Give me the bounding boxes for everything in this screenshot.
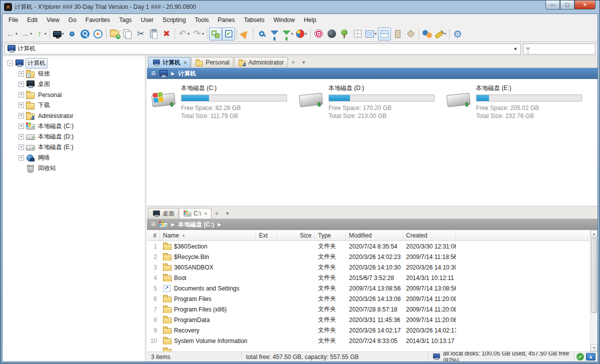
tree-item-network[interactable]: +网络 (2, 152, 145, 163)
cut-button[interactable]: ✂ (134, 28, 147, 40)
up-button[interactable]: ↑▾ (34, 28, 48, 40)
tree-item-links[interactable]: +↗链接 (2, 68, 145, 79)
tree-item-computer[interactable]: −计算机 (2, 58, 145, 68)
list-row-5[interactable]: 5Documents and Settings文件夹2009/7/14 13:0… (147, 283, 598, 294)
menu-view[interactable]: View (42, 14, 64, 26)
list-row-7[interactable]: 7Program Files (x86)文件夹2020/7/28 8:57:18… (147, 304, 598, 314)
tree-expander-icon[interactable]: + (18, 155, 24, 160)
vertical-scrollbar[interactable]: ▲ ▼ (590, 230, 598, 352)
color-filters-button[interactable] (420, 28, 434, 40)
quick-filter-button[interactable] (268, 28, 281, 40)
tree-item-personal[interactable]: +Personal (2, 90, 145, 100)
toggle-tree-button[interactable] (209, 28, 222, 40)
menu-help[interactable]: Help (300, 14, 321, 26)
trial-info-button[interactable] (238, 28, 252, 40)
tree-expander-icon[interactable]: + (18, 92, 24, 98)
tree-item-desktop[interactable]: +桌面 (2, 79, 145, 90)
tab-list-button[interactable]: ▼ (298, 60, 309, 65)
list-row-1[interactable]: 1$360Section文件夹2020/7/24 8:35:542020/3/3… (147, 241, 598, 252)
visual-filter-input[interactable] (523, 44, 596, 54)
folder-tree-view-button[interactable] (338, 28, 351, 40)
list-row-4[interactable]: 4Boot文件夹2015/6/7 3:52:282014/3/1 10:12:1… (147, 272, 598, 283)
configuration-button[interactable]: ⚙ (451, 28, 464, 40)
tree-expander-icon[interactable]: + (18, 102, 24, 108)
menu-tags[interactable]: Tags (114, 14, 136, 26)
drive-item[interactable]: 本地磁盘 (C:)Free Space: 82.28 GBTotal Size:… (152, 84, 288, 206)
tree-item-administrator[interactable]: +Administrator (2, 110, 145, 121)
toggle-checkboxes-button[interactable]: ✔ (222, 28, 235, 40)
forward-button[interactable]: →▾ (19, 28, 34, 40)
status-expand-button[interactable]: ∧ (586, 353, 596, 360)
delete-button[interactable]: ✖ (160, 28, 173, 40)
tree-expander-icon[interactable]: + (18, 144, 24, 150)
hotlist-button[interactable] (66, 28, 78, 40)
dark-mode-button[interactable] (325, 28, 338, 40)
show-desktop-button[interactable]: ▾ (52, 28, 66, 40)
column-header-modified[interactable]: Modified (346, 230, 403, 240)
tree-expander-icon[interactable]: + (18, 134, 24, 140)
tree-item-drive-d[interactable]: +本地磁盘 (D:) (2, 132, 145, 142)
column-header-name[interactable]: Name▲ (160, 230, 256, 240)
menu-go[interactable]: Go (64, 14, 81, 26)
scroll-down-icon[interactable]: ▼ (590, 344, 598, 352)
menu-user[interactable]: User (136, 14, 158, 26)
minimize-button[interactable]: — (546, 0, 560, 10)
breadcrumb-path[interactable]: 计算机 (178, 70, 196, 78)
paste-button[interactable] (147, 28, 160, 40)
tab-computer[interactable]: 计算机× (148, 57, 190, 68)
copy-button[interactable] (121, 28, 134, 40)
maximize-button[interactable]: ▢ (560, 0, 574, 10)
menu-scripting[interactable]: Scripting (158, 14, 190, 26)
back-button[interactable]: ←▾ (4, 28, 19, 40)
menu-file[interactable]: File (4, 14, 22, 26)
tree-expander-icon[interactable]: + (18, 113, 24, 118)
list-row-8[interactable]: 8ProgramData文件夹2020/3/31 11:45:362009/7/… (147, 314, 598, 325)
list-row-2[interactable]: 2$Recycle.Bin文件夹2020/3/26 14:02:232009/7… (147, 252, 598, 262)
find-files-button[interactable] (255, 28, 268, 40)
list-row-9[interactable]: 9Recovery文件夹2020/3/26 14:02:172020/3/26 … (147, 325, 598, 336)
details-view-button[interactable]: ▾ (364, 28, 378, 40)
list-row-3[interactable]: 3360SANDBOX文件夹2020/3/26 14:10:302020/3/2… (147, 262, 598, 272)
tree-item-downloads[interactable]: +下载 (2, 100, 145, 110)
new-tab-button[interactable]: + (288, 58, 298, 66)
tab-administrator[interactable]: Administrator (234, 57, 288, 68)
address-dropdown-button[interactable]: ▼ (512, 44, 520, 54)
thumbnails-view-button[interactable] (351, 28, 364, 40)
undo-button[interactable]: ↶▾ (176, 28, 191, 40)
rotate-layout-button[interactable] (404, 28, 417, 40)
tree-expander-icon[interactable]: + (18, 82, 24, 87)
list-row-6[interactable]: 6Program Files文件夹2020/3/26 14:13:082009/… (147, 294, 598, 304)
redo-button[interactable]: ↷▾ (191, 28, 206, 40)
column-header-type[interactable]: Type (315, 230, 346, 240)
menu-tabsets[interactable]: Tabsets (240, 14, 269, 26)
menu-tools[interactable]: Tools (190, 14, 214, 26)
tab-personal[interactable]: Personal (191, 57, 233, 68)
list-row-10[interactable]: 10System Volume Information文件夹2020/7/24 … (147, 336, 598, 346)
column-header-size[interactable]: Size (277, 230, 315, 240)
spot-and-jump-button[interactable] (312, 28, 325, 40)
menu-panes[interactable]: Panes (214, 14, 240, 26)
scrollbar-track[interactable] (590, 314, 598, 344)
global-filter-button[interactable]: ▾ (281, 28, 294, 40)
address-bar[interactable]: 计算机 ▼ (4, 44, 521, 54)
quick-search-button[interactable] (78, 28, 92, 40)
menu-burger-icon[interactable]: ≡ (151, 220, 156, 228)
breadcrumb-path[interactable]: 本地磁盘 (C:) (178, 220, 214, 229)
vertical-panes-button[interactable] (391, 28, 404, 40)
statistics-button[interactable]: ▾ (294, 28, 308, 40)
menu-favorites[interactable]: Favorites (81, 14, 114, 26)
column-header-ext[interactable]: Ext (256, 230, 277, 240)
column-header-num[interactable]: # (147, 230, 160, 240)
close-tab-icon[interactable]: × (204, 210, 207, 216)
close-tab-icon[interactable]: × (184, 60, 186, 66)
column-header-created[interactable]: Created (403, 230, 456, 240)
new-tab-button[interactable]: + (212, 210, 222, 217)
menu-edit[interactable]: Edit (22, 14, 42, 26)
tree-expander-icon[interactable]: + (18, 124, 24, 129)
scrollbar-thumb[interactable] (591, 238, 597, 313)
close-button[interactable]: ✕ (574, 0, 596, 10)
tree-item-recycle-bin[interactable]: +回收站 (2, 163, 145, 174)
tree-item-drive-c[interactable]: +本地磁盘 (C:) (2, 121, 145, 132)
touch-up-button[interactable]: ▾ (434, 28, 448, 40)
drive-item[interactable]: 本地磁盘 (E:)Free Space: 205.02 GBTotal Size… (447, 84, 584, 206)
